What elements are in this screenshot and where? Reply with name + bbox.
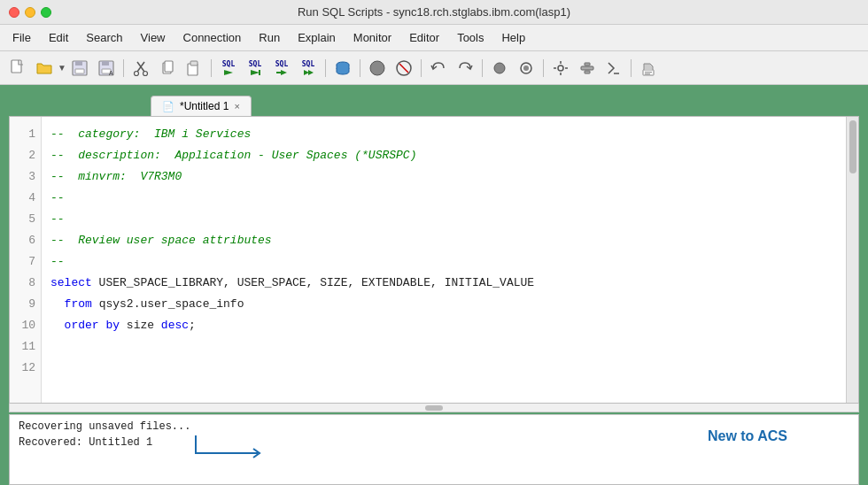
sep4 xyxy=(360,59,360,77)
code-line-9: from qsys2.user_space_info xyxy=(50,294,837,315)
record-button1[interactable] xyxy=(487,56,512,81)
svg-marker-16 xyxy=(224,70,233,75)
menu-explain[interactable]: Explain xyxy=(289,27,345,48)
minimize-button[interactable] xyxy=(25,7,35,18)
line-num-5: 5 xyxy=(28,209,35,230)
sep2 xyxy=(211,59,212,77)
menu-tools[interactable]: Tools xyxy=(448,27,492,48)
menu-file[interactable]: File xyxy=(4,27,40,48)
svg-point-10 xyxy=(135,71,139,75)
svg-rect-15 xyxy=(190,61,198,65)
vertical-scrollbar[interactable] xyxy=(846,117,858,403)
sep7 xyxy=(543,59,544,77)
db-connect-button[interactable] xyxy=(330,56,355,81)
menu-editor[interactable]: Editor xyxy=(400,27,448,48)
maximize-button[interactable] xyxy=(41,7,51,18)
svg-point-24 xyxy=(370,61,384,75)
svg-text:A: A xyxy=(109,70,113,76)
untitled-tab[interactable]: 📄 *Untitled 1 × xyxy=(151,96,252,116)
svg-rect-41 xyxy=(645,73,650,74)
horizontal-scrollbar[interactable] xyxy=(9,404,859,412)
sep6 xyxy=(482,59,483,77)
tools-button3[interactable] xyxy=(601,56,626,81)
run-sql-button3[interactable]: SQL xyxy=(269,56,294,81)
menu-run[interactable]: Run xyxy=(250,27,289,48)
svg-rect-0 xyxy=(12,60,21,73)
line-num-3: 3 xyxy=(28,166,35,188)
svg-rect-3 xyxy=(75,69,84,73)
code-line-12 xyxy=(50,358,837,379)
line-num-7: 7 xyxy=(28,251,35,273)
open-folder-button[interactable] xyxy=(32,56,57,81)
copy-button[interactable] xyxy=(155,56,180,81)
svg-line-26 xyxy=(399,64,408,73)
code-line-11 xyxy=(50,336,837,358)
menu-monitor[interactable]: Monitor xyxy=(345,27,400,48)
stop-button1[interactable] xyxy=(365,56,390,81)
code-editor[interactable]: -- category: IBM i Services -- descripti… xyxy=(42,117,846,403)
sep3 xyxy=(325,59,326,77)
scrollbar-thumb[interactable] xyxy=(849,120,856,173)
code-line-7: -- xyxy=(50,251,837,273)
code-line-8: select USER_SPACE_LIBRARY, USER_SPACE, S… xyxy=(50,273,837,294)
run-sql-button[interactable]: SQL xyxy=(216,56,241,81)
cut-button[interactable] xyxy=(128,56,153,81)
new-to-acs-arrow xyxy=(187,422,329,466)
tab-title: *Untitled 1 xyxy=(180,100,229,112)
menu-help[interactable]: Help xyxy=(492,27,534,48)
svg-rect-35 xyxy=(581,66,593,70)
line-num-1: 1 xyxy=(28,124,35,145)
window-title: Run SQL Scripts - sync18.rch.stglabs.ibm… xyxy=(298,5,570,19)
code-line-1: -- category: IBM i Services xyxy=(50,124,837,145)
save-as-button[interactable]: A xyxy=(94,56,119,81)
redo-button[interactable] xyxy=(453,56,477,81)
menu-search[interactable]: Search xyxy=(77,27,131,48)
open-folder-dropdown[interactable]: ▼ xyxy=(58,56,66,81)
new-file-button[interactable] xyxy=(5,56,30,81)
line-num-6: 6 xyxy=(28,230,35,251)
svg-point-11 xyxy=(143,71,148,75)
menu-edit[interactable]: Edit xyxy=(40,27,77,48)
svg-rect-37 xyxy=(585,71,590,73)
code-line-3: -- minvrm: V7R3M0 xyxy=(50,166,837,188)
code-line-6: -- Review user space attributes xyxy=(50,230,837,251)
line-num-2: 2 xyxy=(28,145,35,166)
svg-rect-5 xyxy=(102,61,109,65)
line-num-9: 9 xyxy=(28,294,35,315)
code-line-5: -- xyxy=(50,209,837,230)
tools-button1[interactable] xyxy=(548,56,573,81)
save-button[interactable] xyxy=(67,56,92,81)
menu-view[interactable]: View xyxy=(132,27,174,48)
sep1 xyxy=(123,59,124,77)
line-num-12: 12 xyxy=(21,358,35,379)
tab-file-icon: 📄 xyxy=(162,101,174,112)
line-num-8: 8 xyxy=(28,273,35,294)
sep8 xyxy=(631,59,632,77)
stop-button2[interactable] xyxy=(391,56,416,81)
print-button[interactable] xyxy=(636,56,661,81)
tools-button2[interactable] xyxy=(575,56,600,81)
svg-marker-22 xyxy=(308,70,314,75)
run-sql-button4[interactable]: SQL xyxy=(296,56,321,81)
tab-close-button[interactable]: × xyxy=(234,101,239,112)
code-line-2: -- description: Application - User Space… xyxy=(50,145,837,166)
svg-rect-36 xyxy=(585,63,590,65)
traffic-lights xyxy=(9,7,51,18)
menu-connection[interactable]: Connection xyxy=(174,27,251,48)
sep5 xyxy=(421,59,422,77)
record-button2[interactable] xyxy=(514,56,539,81)
undo-button[interactable] xyxy=(426,56,451,81)
line-numbers: 1 2 3 4 5 6 7 8 9 10 11 12 xyxy=(10,117,42,403)
paste-button[interactable] xyxy=(182,56,206,81)
svg-point-27 xyxy=(494,63,505,73)
close-button[interactable] xyxy=(9,7,19,18)
run-sql-button2[interactable]: SQL xyxy=(243,56,267,81)
line-num-11: 11 xyxy=(21,336,35,358)
svg-marker-20 xyxy=(281,70,287,75)
status-area: Recovering unsaved files... Recovered: U… xyxy=(9,414,859,485)
svg-rect-40 xyxy=(645,72,652,73)
h-scrollbar-thumb xyxy=(425,405,443,411)
code-line-10: order by size desc; xyxy=(50,315,837,336)
line-num-10: 10 xyxy=(21,315,35,336)
new-to-acs-label: New to ACS xyxy=(708,428,787,444)
